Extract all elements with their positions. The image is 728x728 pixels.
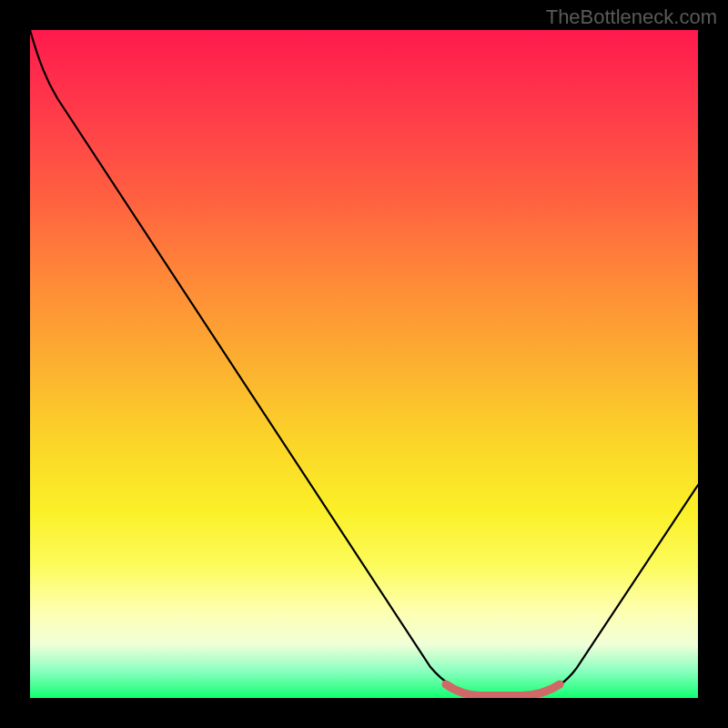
watermark-text: TheBottleneck.com [546, 5, 717, 29]
optimal-range-highlight-path [446, 684, 560, 696]
chart-container: TheBottleneck.com [0, 0, 728, 728]
chart-svg [30, 30, 698, 698]
bottleneck-curve-path [30, 30, 698, 696]
plot-area [30, 30, 698, 698]
